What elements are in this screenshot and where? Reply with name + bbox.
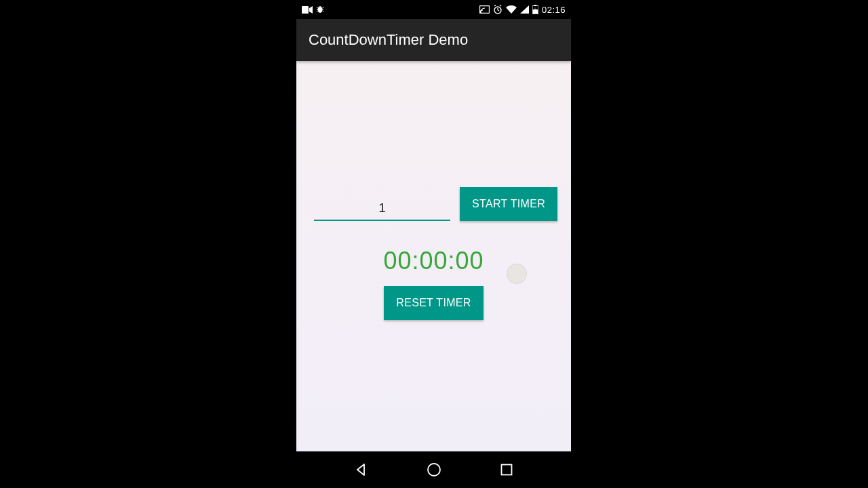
svg-rect-0: [302, 6, 309, 14]
timer-display: 00:00:00: [296, 247, 571, 275]
touch-ripple-indicator: [507, 264, 527, 284]
start-timer-button[interactable]: START TIMER: [460, 187, 557, 221]
back-icon: [355, 463, 368, 476]
battery-charging-icon: [532, 5, 538, 14]
alarm-icon: [493, 5, 502, 14]
navigation-bar: [296, 451, 571, 488]
svg-line-14: [498, 10, 499, 11]
svg-line-6: [317, 11, 317, 12]
status-bar-left: [302, 5, 323, 14]
svg-line-2: [317, 7, 317, 8]
phone-frame: 02:16 CountDownTimer Demo START TIMER 00…: [296, 0, 571, 488]
android-debug-icon: [317, 5, 323, 14]
minutes-input-wrap: [314, 197, 450, 221]
svg-line-7: [323, 11, 323, 12]
nav-recents-button[interactable]: [497, 460, 516, 479]
svg-point-8: [319, 6, 320, 7]
reset-timer-button[interactable]: RESET TIMER: [384, 286, 483, 320]
app-content: START TIMER 00:00:00 RESET TIMER: [296, 61, 571, 451]
input-row: START TIMER: [314, 187, 557, 221]
status-bar-right: 02:16: [479, 5, 566, 15]
svg-point-9: [321, 6, 322, 7]
status-bar: 02:16: [296, 0, 571, 19]
svg-point-20: [428, 464, 440, 476]
svg-point-1: [318, 6, 323, 13]
cast-icon: [479, 5, 490, 14]
reset-row: RESET TIMER: [296, 286, 571, 320]
app-title: CountDownTimer Demo: [309, 31, 468, 49]
wifi-icon: [506, 5, 517, 14]
svg-rect-18: [534, 5, 536, 6]
svg-point-11: [480, 12, 481, 13]
status-time: 02:16: [542, 5, 566, 15]
nav-back-button[interactable]: [352, 460, 371, 479]
minutes-input[interactable]: [314, 197, 450, 221]
recents-icon: [500, 464, 513, 476]
input-underline: [314, 220, 450, 221]
svg-line-3: [323, 7, 323, 8]
cell-signal-icon: [520, 5, 529, 14]
svg-line-16: [500, 5, 501, 7]
svg-line-15: [494, 5, 496, 7]
nav-home-button[interactable]: [425, 460, 443, 479]
home-icon: [427, 462, 441, 477]
svg-rect-21: [501, 465, 511, 475]
app-bar: CountDownTimer Demo: [296, 19, 571, 61]
videocam-icon: [302, 6, 313, 14]
